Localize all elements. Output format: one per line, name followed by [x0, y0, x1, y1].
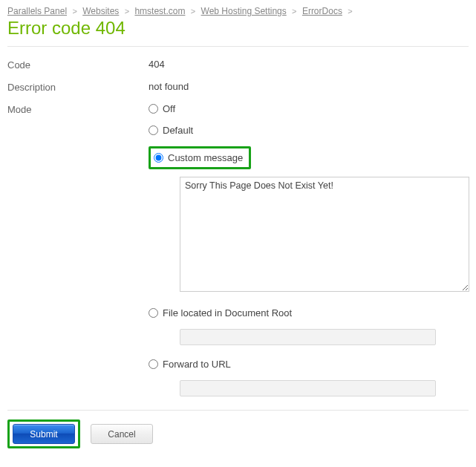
breadcrumb-link[interactable]: Parallels Panel — [7, 6, 67, 16]
divider — [7, 46, 469, 47]
mode-default-label[interactable]: Default — [163, 125, 193, 136]
mode-file-radio[interactable] — [149, 308, 158, 318]
breadcrumb-link[interactable]: Web Hosting Settings — [201, 6, 287, 16]
forward-url-input — [180, 380, 436, 396]
custom-message-textarea[interactable] — [180, 177, 469, 292]
chevron-right-icon: > — [191, 7, 195, 16]
mode-label: Mode — [7, 103, 149, 115]
chevron-right-icon: > — [348, 7, 352, 16]
code-value: 404 — [149, 59, 469, 70]
mode-off-label[interactable]: Off — [163, 103, 175, 114]
breadcrumb-link[interactable]: ErrorDocs — [302, 6, 342, 16]
breadcrumb-link[interactable]: hmstest.com — [134, 6, 185, 16]
breadcrumb: Parallels Panel > Websites > hmstest.com… — [7, 6, 469, 16]
chevron-right-icon: > — [72, 7, 76, 16]
mode-custom-label[interactable]: Custom message — [168, 152, 243, 163]
mode-default-radio[interactable] — [149, 125, 158, 135]
mode-file-label[interactable]: File located in Document Root — [163, 307, 292, 319]
mode-custom-radio[interactable] — [154, 153, 163, 163]
submit-button[interactable]: Submit — [13, 424, 75, 444]
description-label: Description — [7, 81, 149, 93]
mode-forward-radio[interactable] — [149, 359, 158, 369]
file-path-input — [180, 329, 436, 345]
mode-forward-label[interactable]: Forward to URL — [163, 359, 231, 370]
description-value: not found — [149, 81, 469, 92]
code-label: Code — [7, 59, 149, 71]
cancel-button[interactable]: Cancel — [91, 424, 153, 444]
mode-off-radio[interactable] — [149, 104, 158, 114]
breadcrumb-link[interactable]: Websites — [82, 6, 119, 16]
chevron-right-icon: > — [125, 7, 129, 16]
chevron-right-icon: > — [292, 7, 296, 16]
page-title: Error code 404 — [7, 18, 469, 39]
